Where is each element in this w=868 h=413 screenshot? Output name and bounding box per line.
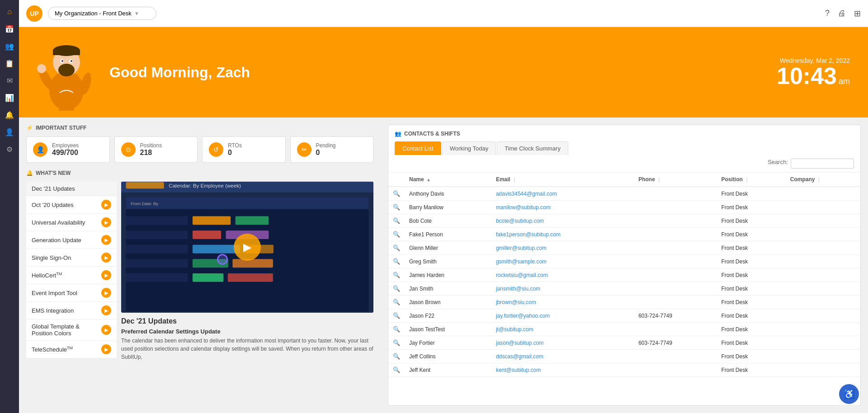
row-position: Front Desk	[717, 241, 785, 255]
grid-icon[interactable]: ⊞	[854, 9, 861, 19]
row-email[interactable]: fake1person@subitup.com	[491, 228, 634, 241]
chevron-down-icon: ▾	[135, 10, 138, 17]
news-item-global-template[interactable]: Global Template & Position Colors ▶	[26, 319, 117, 341]
row-name: Glenn Miller	[405, 241, 491, 255]
table-row: 🔍 Bob Cote bcote@subitup.com Front Desk	[388, 214, 860, 228]
arrow-icon: ▶	[101, 200, 111, 210]
row-company	[786, 214, 860, 228]
row-name: Jeff Collins	[405, 350, 491, 363]
row-search-icon[interactable]: 🔍	[388, 214, 405, 228]
tab-contact-list[interactable]: Contact List	[395, 141, 441, 155]
search-input[interactable]	[791, 159, 854, 169]
news-item-ems[interactable]: EMS Integration ▶	[26, 302, 117, 319]
positions-value: 218	[140, 149, 162, 157]
svg-rect-24	[236, 216, 269, 225]
sidebar-item-chart[interactable]: 📊	[2, 90, 17, 105]
right-panel: 👥 CONTACTS & SHIFTS Contact List Working…	[381, 117, 868, 413]
table-row: 🔍 Jay Fortier jason@subitup.com 603-724-…	[388, 336, 860, 350]
sidebar-item-people[interactable]: 👥	[2, 39, 17, 53]
news-item-universal[interactable]: Universal Availability ▶	[26, 214, 117, 231]
svg-rect-31	[193, 273, 223, 282]
print-icon[interactable]: 🖨	[838, 9, 846, 18]
row-company	[786, 363, 860, 377]
stats-row: 👤 Employees 499/700 ⊙ Positions 218	[26, 136, 373, 163]
row-email[interactable]: jt@subitup.com	[491, 323, 634, 336]
tab-working-today[interactable]: Working Today	[442, 141, 496, 155]
row-name: Jeff Kent	[405, 363, 491, 377]
sidebar-item-settings[interactable]: ⚙	[2, 142, 17, 156]
contacts-title: 👥 CONTACTS & SHIFTS	[395, 131, 854, 137]
row-email[interactable]: gmiller@subitup.com	[491, 241, 634, 255]
accessibility-button[interactable]: ♿	[839, 384, 859, 404]
row-position: Front Desk	[717, 187, 785, 201]
stat-card-employees[interactable]: 👤 Employees 499/700	[26, 136, 110, 163]
stat-card-pending[interactable]: ✏ Pending 0	[290, 136, 374, 163]
row-email[interactable]: manilow@subitup.com	[491, 201, 634, 214]
col-email[interactable]: Email |	[491, 173, 634, 187]
stat-card-positions[interactable]: ⊙ Positions 218	[114, 136, 198, 163]
row-search-icon[interactable]: 🔍	[388, 336, 405, 350]
row-email[interactable]: jansmith@siu.com	[491, 282, 634, 296]
arrow-icon: ▶	[101, 253, 111, 263]
row-email[interactable]: jbrown@siu.com	[491, 296, 634, 309]
row-email[interactable]: bcote@subitup.com	[491, 214, 634, 228]
row-name: Barry Manilow	[405, 201, 491, 214]
row-email[interactable]: kent@subitup.com	[491, 363, 634, 377]
row-search-icon[interactable]: 🔍	[388, 350, 405, 363]
row-company	[786, 187, 860, 201]
news-item-teleschedule[interactable]: TeleScheduleTM ▶	[26, 341, 117, 358]
row-search-icon[interactable]: 🔍	[388, 255, 405, 268]
col-company[interactable]: Company |	[786, 173, 860, 187]
whats-new-title: 🔔 WHAT'S NEW	[26, 170, 373, 176]
table-row: 🔍 Jason Brown jbrown@siu.com Front Desk	[388, 296, 860, 309]
arrow-icon: ▶	[101, 270, 111, 280]
org-selector[interactable]: My Organization - Front Desk ▾	[48, 7, 156, 20]
row-email[interactable]: jason@subitup.com	[491, 336, 634, 350]
news-item-oct20[interactable]: Oct '20 Updates ▶	[26, 196, 117, 214]
row-name: Anthony Davis	[405, 187, 491, 201]
sidebar-item-mail[interactable]: ✉	[2, 73, 17, 88]
employees-label: Employees	[52, 142, 79, 149]
row-company	[786, 241, 860, 255]
help-icon[interactable]: ?	[825, 9, 830, 18]
row-email[interactable]: jay.fortier@yahoo.com	[491, 309, 634, 323]
news-item-generation[interactable]: Generation Update ▶	[26, 231, 117, 249]
row-company	[786, 201, 860, 214]
arrow-icon: ▶	[101, 217, 111, 227]
row-search-icon[interactable]: 🔍	[388, 363, 405, 377]
positions-label: Positions	[140, 142, 162, 149]
row-search-icon[interactable]: 🔍	[388, 187, 405, 201]
sidebar-item-home[interactable]: ⌂	[2, 5, 17, 19]
svg-text:Calendar: By Employee (week): Calendar: By Employee (week)	[169, 183, 241, 188]
row-search-icon[interactable]: 🔍	[388, 268, 405, 282]
row-email[interactable]: ddscas@gmail.com	[491, 350, 634, 363]
sidebar-item-user[interactable]: 👤	[2, 125, 17, 139]
play-button[interactable]: ▶	[234, 234, 261, 261]
row-email[interactable]: adavis34544@gmail.com	[491, 187, 634, 201]
news-item-event-import[interactable]: Event Import Tool ▶	[26, 284, 117, 302]
col-phone[interactable]: Phone |	[634, 173, 717, 187]
tab-time-clock[interactable]: Time Clock Summary	[497, 141, 568, 155]
sidebar-item-calendar[interactable]: 📅	[2, 22, 17, 36]
row-search-icon[interactable]: 🔍	[388, 309, 405, 323]
svg-rect-32	[228, 273, 273, 282]
news-item-sso[interactable]: Single Sign-On ▶	[26, 249, 117, 267]
row-email[interactable]: gsmith@sample.com	[491, 255, 634, 268]
row-search-icon[interactable]: 🔍	[388, 282, 405, 296]
contacts-header: 👥 CONTACTS & SHIFTS Contact List Working…	[388, 125, 860, 155]
row-search-icon[interactable]: 🔍	[388, 323, 405, 336]
stat-card-rtos[interactable]: ↺ RTOs 0	[202, 136, 286, 163]
news-item-dec21[interactable]: Dec '21 Updates	[26, 182, 117, 196]
row-search-icon[interactable]: 🔍	[388, 201, 405, 214]
org-name: My Organization - Front Desk	[55, 10, 132, 17]
col-name[interactable]: Name ▲	[405, 173, 491, 187]
news-item-hellocert[interactable]: HelloCertTM ▶	[26, 267, 117, 284]
row-search-icon[interactable]: 🔍	[388, 241, 405, 255]
row-search-icon[interactable]: 🔍	[388, 296, 405, 309]
row-search-icon[interactable]: 🔍	[388, 228, 405, 241]
col-position[interactable]: Position |	[717, 173, 785, 187]
row-email[interactable]: rocketsiu@gmail.com	[491, 268, 634, 282]
video-thumbnail[interactable]: Calendar: By Employee (week) From Date: …	[121, 182, 373, 313]
sidebar-item-schedule[interactable]: 📋	[2, 56, 17, 70]
sidebar-item-bell[interactable]: 🔔	[2, 108, 17, 122]
